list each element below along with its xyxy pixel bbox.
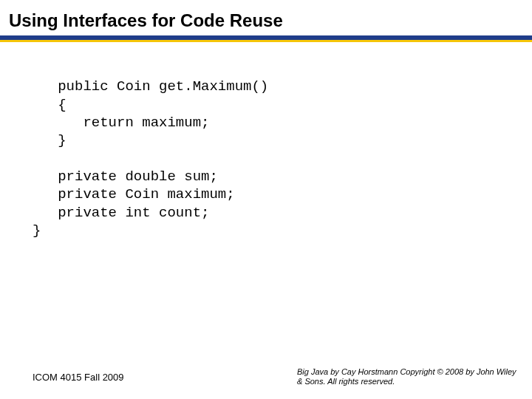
code-line: private int count; bbox=[33, 205, 209, 221]
code-block: public Coin get.Maximum() { return maxim… bbox=[33, 60, 532, 239]
code-line: private double sum; bbox=[33, 168, 218, 185]
code-line: { bbox=[33, 97, 66, 113]
code-line: } bbox=[33, 132, 66, 149]
course-label: ICOM 4015 Fall 2009 bbox=[33, 372, 124, 383]
code-line: private Coin maximum; bbox=[33, 186, 235, 202]
copyright-label: Big Java by Cay Horstmann Copyright © 20… bbox=[297, 367, 519, 388]
slide: Using Interfaces for Code Reuse public C… bbox=[0, 0, 532, 399]
code-line: return maximum; bbox=[33, 115, 209, 131]
slide-title: Using Interfaces for Code Reuse bbox=[0, 0, 532, 35]
code-line: } bbox=[33, 222, 41, 239]
content-area: public Coin get.Maximum() { return maxim… bbox=[0, 42, 532, 239]
code-line: public Coin get.Maximum() bbox=[33, 78, 268, 95]
